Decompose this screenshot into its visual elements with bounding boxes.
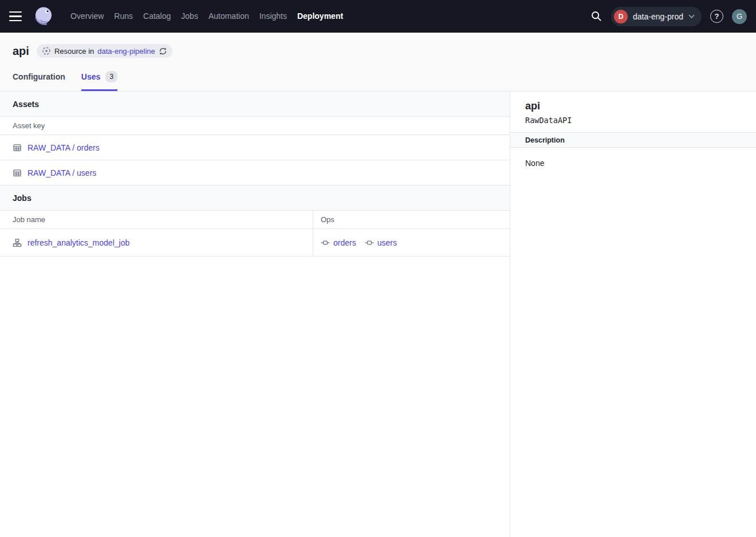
asset-key-column-label: Asset key [13, 121, 45, 130]
assets-section-header: Assets [0, 92, 510, 117]
deployment-name: data-eng-prod [633, 12, 683, 21]
nav-item-runs[interactable]: Runs [109, 0, 138, 33]
jobs-section-title: Jobs [13, 194, 32, 203]
page-header: api Resource in data-eng-pipeline Config… [0, 33, 756, 92]
op-chip: users [365, 238, 397, 247]
jobs-section-header: Jobs [0, 185, 510, 211]
tab-uses-label: Uses [81, 72, 100, 81]
op-icon [321, 238, 330, 247]
uses-count-badge: 3 [105, 71, 117, 82]
op-chip: orders [321, 238, 356, 247]
asset-link[interactable]: RAW_DATA / users [27, 168, 96, 177]
nav-item-deployment[interactable]: Deployment [292, 0, 348, 33]
primary-nav: Overview Runs Catalog Jobs Automation In… [65, 0, 348, 33]
table-icon [13, 143, 22, 152]
nav-item-insights[interactable]: Insights [254, 0, 292, 33]
chevron-down-icon [688, 14, 695, 19]
nav-item-overview[interactable]: Overview [65, 0, 109, 33]
description-section-header: Description [510, 132, 756, 148]
jobs-column-header: Job name Ops [0, 211, 510, 229]
nav-item-jobs[interactable]: Jobs [176, 0, 203, 33]
op-link[interactable]: users [377, 238, 397, 247]
hamburger-icon[interactable] [9, 8, 26, 25]
assets-column-header: Asset key [0, 117, 510, 135]
description-label: Description [525, 136, 565, 144]
deployment-switcher[interactable]: D data-eng-prod [611, 7, 702, 26]
panel-resource-name: api [525, 100, 741, 112]
op-icon [365, 238, 374, 247]
resource-detail-panel: api RawDataAPI Description None [510, 92, 756, 537]
resource-chip-label: Resource in [54, 47, 94, 56]
panel-resource-type: RawDataAPI [525, 116, 741, 125]
dagster-logo[interactable] [32, 4, 55, 29]
assets-section-title: Assets [13, 100, 39, 109]
job-link[interactable]: refresh_analytics_model_job [27, 238, 129, 247]
ops-column-label: Ops [321, 215, 334, 224]
resource-location-chip: Resource in data-eng-pipeline [37, 44, 172, 58]
page-title: api [13, 45, 29, 58]
deployment-initial-badge: D [614, 10, 628, 23]
tab-configuration-label: Configuration [13, 72, 65, 81]
help-icon[interactable]: ? [710, 10, 723, 23]
tab-configuration[interactable]: Configuration [13, 71, 65, 91]
table-row: refresh_analytics_model_job orders [0, 229, 510, 256]
resource-icon [42, 46, 51, 56]
user-avatar[interactable]: G [732, 9, 747, 24]
refresh-icon[interactable] [159, 47, 167, 56]
job-name-column-label: Job name [13, 215, 45, 224]
uses-main: Assets Asset key RAW_DATA / orders [0, 92, 510, 537]
table-row: RAW_DATA / users [0, 160, 510, 185]
asset-link[interactable]: RAW_DATA / orders [27, 143, 100, 152]
table-icon [13, 168, 22, 177]
op-link[interactable]: orders [333, 238, 356, 247]
top-nav: Overview Runs Catalog Jobs Automation In… [0, 0, 756, 33]
table-row: RAW_DATA / orders [0, 135, 510, 160]
nav-item-catalog[interactable]: Catalog [138, 0, 176, 33]
search-icon[interactable] [590, 10, 603, 22]
description-value: None [525, 159, 544, 168]
tab-bar: Configuration Uses 3 [13, 71, 117, 91]
tab-uses[interactable]: Uses 3 [81, 71, 117, 91]
code-location-link[interactable]: data-eng-pipeline [97, 47, 155, 56]
nav-item-automation[interactable]: Automation [203, 0, 254, 33]
job-graph-icon [13, 238, 22, 247]
dagster-octopus-icon [32, 5, 55, 28]
